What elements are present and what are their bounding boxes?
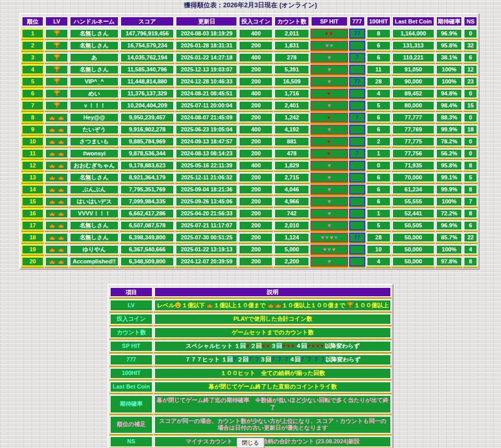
heart-icon: ♥ — [291, 343, 296, 349]
last-bet-coin-cell: 50,000 — [392, 257, 435, 267]
sp-hit-cell: ♥ — [311, 221, 348, 231]
coin-in-cell: 200 — [238, 77, 273, 87]
score-cell: 6,348,509,800 — [120, 257, 175, 267]
100hit-cell: 5 — [366, 221, 391, 231]
heart-icon: ♥ — [325, 42, 329, 49]
update-date-cell: 2024-08-07 21:45:09 — [175, 113, 237, 123]
crown-icon — [49, 211, 56, 217]
coin-in-cell: 200 — [238, 113, 273, 123]
last-bet-coin-cell: 61,234 — [392, 185, 435, 195]
level-cell — [45, 149, 68, 159]
legend-row: カウント数ゲームセットまでのカウント数 — [110, 327, 391, 338]
100hit-cell: 8 — [366, 29, 391, 39]
update-date-cell: 2025-07-30 00:51:25 — [175, 233, 237, 243]
777-cell — [349, 101, 365, 111]
sp-hit-cell: ♥ — [311, 113, 348, 123]
close-button[interactable]: 閉じる — [236, 438, 265, 448]
last-bet-coin-cell: 50,505 — [392, 221, 435, 231]
count-cell: 2,715 — [274, 173, 309, 183]
update-date-cell: 2026-01-28 18:31:31 — [175, 41, 237, 51]
handle-name-cell: 名無しさん — [69, 221, 118, 231]
777-cell: 7 — [349, 113, 365, 123]
column-header-update-date: 更新日 — [175, 16, 237, 27]
column-header-score: スコア — [120, 16, 175, 27]
legend-item-cell: 777 — [110, 354, 153, 366]
legend-column-header-item: 項目 — [110, 287, 153, 297]
text-segment: １億以下 — [182, 302, 206, 308]
count-cell: 742 — [274, 209, 309, 219]
rank-cell: 9 — [21, 125, 44, 135]
level-cell — [45, 185, 68, 195]
expected-rate-cell: 96.9% — [436, 29, 462, 39]
table-row: 16 VVVV！！！6,662,417,2862025-04-20 21:56:… — [21, 209, 478, 219]
ranking-table: 順位LVハンドルネームスコア更新日投入コインカウント数SP HIT777100H… — [20, 14, 479, 269]
update-date-cell: 2024-08-13 08:14:23 — [175, 149, 237, 159]
ns-cell: 8 — [463, 161, 478, 171]
update-date-cell: 2025-09-26 13:45:06 — [175, 197, 237, 207]
count-cell: 478 — [274, 149, 309, 159]
crown-icon — [57, 247, 65, 253]
level-cell — [45, 197, 68, 207]
update-date-cell: 2025-07-21 11:17:07 — [175, 221, 237, 231]
legend-row: Last Bet Coin幕が閉じてゲーム終了した直前のコイントライ数 — [110, 381, 391, 393]
score-cell: 11,448,814,880 — [120, 77, 175, 87]
handle-name-cell: #wonsyi — [69, 149, 118, 159]
legend-row: 100HIT１００ヒット 全ての絵柄が揃った回数 — [110, 368, 391, 379]
trophy-icon — [53, 42, 61, 50]
table-row: 14 ぶんぶん7,795,351,7692025-09-04 18:21:362… — [21, 185, 478, 195]
table-row: 3あ14,035,762,1942026-01-22 14:27:1840027… — [21, 53, 478, 63]
crown-icon — [49, 115, 56, 122]
ns-cell: 0 — [463, 29, 478, 39]
last-bet-coin-cell: 77,777 — [392, 113, 435, 123]
ns-cell: 7 — [463, 197, 478, 207]
sp-hit-cell: ♥♥♥ — [311, 245, 348, 255]
heart-icon: ♥ — [327, 150, 332, 156]
update-date-cell: 2024-12-28 10:46:33 — [175, 77, 237, 87]
score-cell: 6,367,540,666 — [120, 245, 175, 255]
score-cell: 7,795,351,769 — [120, 185, 175, 195]
text-segment: 以降変わらず — [325, 343, 360, 349]
last-bet-coin-cell: 70,000 — [392, 173, 435, 183]
crown-icon — [57, 259, 65, 265]
heart-icon: ♥ — [329, 30, 334, 37]
expected-rate-cell: 96.9% — [436, 221, 462, 231]
handle-name-cell: VIP^_^ — [69, 77, 118, 87]
legend-row: 投入コインPLAYで使用した合計コイン数 — [110, 313, 391, 325]
handle-name-cell: はいはいデス — [69, 197, 118, 207]
column-header-100hit: 100HIT — [366, 16, 391, 27]
score-cell: 147,796,919,456 — [120, 29, 175, 39]
crown-icon — [49, 151, 56, 158]
legend-description-cell: レベル１億以下 １億以上１０億まで １０億以上１００億まで １００億以上 — [154, 299, 391, 311]
last-bet-coin-cell: 110,221 — [392, 53, 435, 63]
crown-icon — [57, 199, 65, 205]
column-header-handle-name: ハンドルネーム — [69, 16, 118, 27]
handle-name-cell: ゆりやん — [69, 245, 118, 255]
update-date-cell: 2025-06-23 19:05:04 — [175, 125, 237, 135]
expected-rate-cell: 100% — [436, 197, 462, 207]
update-date-cell: 2025-07-11 20:00:04 — [175, 101, 237, 111]
coin-in-cell: 200 — [238, 233, 273, 243]
expected-rate-cell: 99.9% — [436, 185, 462, 195]
crown-icon — [49, 139, 56, 146]
heart-icon: ♥ — [327, 198, 332, 204]
ns-cell: 22 — [463, 233, 478, 243]
100hit-cell: 5 — [366, 101, 391, 111]
text-segment: レベル — [157, 302, 174, 308]
update-date-cell: 2025-12-13 19:03:07 — [175, 65, 237, 75]
expected-rate-cell: 95.8% — [436, 161, 462, 171]
100hit-cell: 4 — [366, 257, 391, 267]
score-cell: 11,376,137,329 — [120, 89, 175, 99]
ns-cell: 8 — [463, 257, 478, 267]
legend-row: 777７７７ヒット １回7２回7 7３回7 7 7４回7 7 7 7以降変わらず — [110, 354, 391, 366]
text-segment: ４回 — [289, 356, 301, 362]
legend-table-frame: 項目説明LVレベル１億以下 １億以上１０億まで １０億以上１００億まで １００億… — [108, 284, 393, 448]
rank-cell: 10 — [21, 137, 44, 147]
last-bet-coin-cell: 77,775 — [392, 137, 435, 147]
table-row: 9 たいぞう9,916,902,2782025-06-23 19:05:0440… — [21, 125, 478, 135]
table-row: 6めい11,376,137,3292024-08-21 08:45:514001… — [21, 89, 478, 99]
ns-cell: 12 — [463, 65, 478, 75]
level-cell — [45, 101, 68, 111]
sp-hit-cell: ♥♥♥♥ — [311, 233, 348, 243]
sp-hit-cell: ♥ — [311, 89, 348, 99]
100hit-cell: 11 — [366, 65, 391, 75]
